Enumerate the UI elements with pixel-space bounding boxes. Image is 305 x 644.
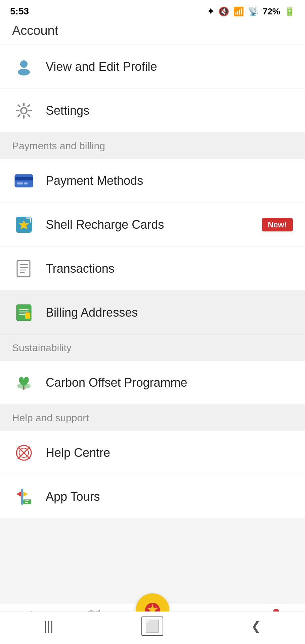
svg-marker-26 bbox=[16, 491, 21, 497]
svg-rect-3 bbox=[15, 174, 33, 187]
bluetooth-icon: ✦ bbox=[207, 6, 214, 17]
status-bar: 5:53 ✦ 🔇 📶 📡 72% 🔋 bbox=[0, 0, 305, 20]
section-header-payments-billing: Payments and billing bbox=[0, 133, 305, 159]
svg-point-1 bbox=[18, 69, 30, 75]
system-back-icon[interactable]: ❮ bbox=[251, 619, 261, 633]
status-time: 5:53 bbox=[10, 6, 29, 17]
section-header-sustainability: Sustainability bbox=[0, 335, 305, 361]
menu-label-shell-recharge-cards: Shell Recharge Cards bbox=[46, 218, 164, 232]
svg-rect-4 bbox=[15, 177, 33, 180]
badge-new-shell-recharge-cards: New! bbox=[262, 218, 293, 231]
svg-rect-5 bbox=[17, 182, 23, 184]
sections-container: Payments and billing Payment Methods She… bbox=[0, 133, 305, 519]
battery-text: 72% bbox=[263, 6, 280, 17]
status-right: ✦ 🔇 📶 📡 72% 🔋 bbox=[207, 6, 295, 17]
shell-recharge-cards-icon bbox=[12, 213, 36, 236]
app-tours-icon bbox=[12, 485, 36, 508]
menu-item-billing-addresses[interactable]: Billing Addresses bbox=[0, 291, 305, 335]
menu-label-settings: Settings bbox=[46, 104, 89, 118]
menu-label-transactions: Transactions bbox=[46, 262, 115, 276]
page-title: Account bbox=[12, 23, 58, 38]
menu-item-payment-methods[interactable]: Payment Methods bbox=[0, 159, 305, 203]
wifi-icon: 📶 bbox=[233, 6, 244, 17]
svg-rect-6 bbox=[24, 182, 28, 184]
system-home-icon[interactable]: ⬜ bbox=[141, 616, 163, 636]
battery-icon: 🔋 bbox=[284, 6, 295, 17]
svg-rect-19 bbox=[25, 313, 30, 319]
svg-rect-25 bbox=[21, 489, 23, 505]
section-header-help-support: Help and support bbox=[0, 405, 305, 431]
transactions-icon bbox=[12, 257, 36, 280]
system-menu-icon[interactable]: ||| bbox=[44, 619, 53, 633]
svg-rect-28 bbox=[23, 499, 31, 504]
gear-icon bbox=[12, 99, 36, 122]
menu-item-view-edit-profile[interactable]: View and Edit Profile bbox=[0, 45, 305, 89]
menu-item-shell-recharge-cards[interactable]: Shell Recharge CardsNew! bbox=[0, 203, 305, 247]
menu-item-transactions[interactable]: Transactions bbox=[0, 247, 305, 291]
menu-item-app-tours[interactable]: App Tours bbox=[0, 475, 305, 519]
menu-label-view-edit-profile: View and Edit Profile bbox=[46, 60, 157, 74]
payment-methods-icon bbox=[12, 169, 36, 193]
menu-label-help-centre: Help Centre bbox=[46, 446, 110, 460]
menu-item-settings[interactable]: Settings bbox=[0, 89, 305, 133]
svg-rect-9 bbox=[17, 261, 30, 277]
menu-label-payment-methods: Payment Methods bbox=[46, 174, 143, 188]
signal-icon: 📡 bbox=[248, 6, 259, 17]
page-header: Account bbox=[0, 20, 305, 45]
top-menu-items: View and Edit Profile Settings bbox=[0, 45, 305, 133]
menu-item-carbon-offset[interactable]: Carbon Offset Programme bbox=[0, 361, 305, 405]
menu-label-billing-addresses: Billing Addresses bbox=[46, 306, 138, 320]
billing-addresses-icon bbox=[12, 301, 36, 324]
menu-label-app-tours: App Tours bbox=[46, 490, 100, 504]
carbon-offset-icon bbox=[12, 371, 36, 394]
svg-marker-27 bbox=[23, 491, 28, 497]
menu-item-help-centre[interactable]: Help Centre bbox=[0, 431, 305, 475]
svg-point-0 bbox=[20, 60, 28, 68]
mute-icon: 🔇 bbox=[218, 6, 229, 17]
svg-point-2 bbox=[21, 108, 27, 114]
menu-label-carbon-offset: Carbon Offset Programme bbox=[46, 376, 187, 390]
help-centre-icon bbox=[12, 441, 36, 465]
person-icon bbox=[12, 55, 36, 78]
